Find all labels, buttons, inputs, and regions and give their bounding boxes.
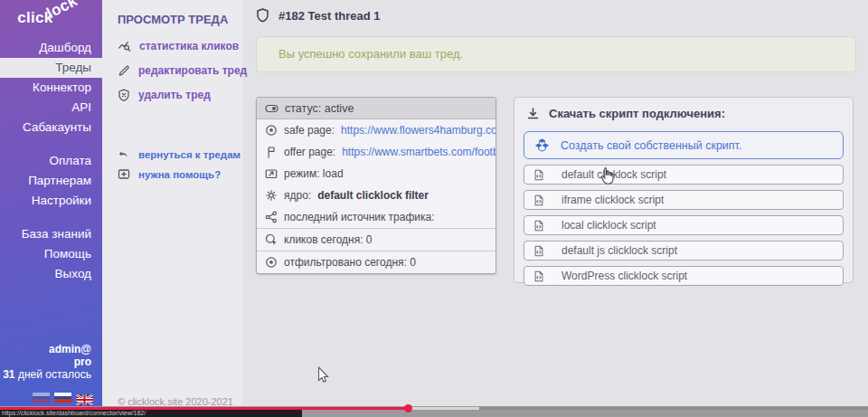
- row-text: режим: load: [284, 167, 344, 180]
- download-title: Скачать скрипт подключения:: [549, 107, 725, 120]
- safe-page-link[interactable]: https://www.flowers4hamburg.com/: [341, 124, 495, 137]
- thread-menu-panel: ПРОСМОТР ТРЕДА статистика кликов редакти…: [102, 0, 242, 406]
- sidebar-item-dashboard[interactable]: Дашборд: [0, 38, 102, 58]
- file-code-icon: [533, 194, 544, 206]
- clicks-icon: [265, 233, 278, 246]
- menu-link-back-to-threads[interactable]: вернуться к тредам: [118, 149, 241, 160]
- app-window: clicklock Дашборд Треды Коннектор API Са…: [0, 0, 868, 417]
- offer-page-row: offer page: https://www.smartbets.com/fo…: [257, 141, 495, 163]
- menu-link-label: вернуться к тредам: [138, 149, 241, 160]
- thread-info-card: статус: active safe page: https://www.fl…: [256, 97, 496, 274]
- create-custom-script-button[interactable]: Создать свой собственный скрипт.: [524, 131, 844, 159]
- sidebar-item-threads[interactable]: Треды: [0, 58, 102, 78]
- flag-russia-icon[interactable]: [54, 393, 71, 403]
- offer-flag-icon: [265, 146, 278, 158]
- script-button-label: local clicklock script: [561, 219, 656, 232]
- sidebar-item-partners[interactable]: Партнерам: [0, 171, 102, 191]
- script-button-label: iframe clicklock script: [561, 194, 664, 206]
- award-icon: [265, 124, 278, 137]
- flag-russia-faded-icon[interactable]: [33, 393, 50, 403]
- pencil-icon: [118, 64, 130, 77]
- success-alert: Вы успешно сохранили ваш тред.: [256, 36, 856, 72]
- file-code-icon: [533, 245, 544, 257]
- sidebar-item-api[interactable]: API: [0, 98, 102, 118]
- script-button-iframe[interactable]: iframe clicklock script: [524, 190, 844, 210]
- account-plan: pro: [3, 355, 91, 368]
- shield-icon: [256, 8, 269, 24]
- award-icon: [265, 256, 278, 269]
- menu-item-edit-thread[interactable]: редактировать тред: [118, 64, 247, 77]
- script-button-default-js[interactable]: default js clicklock script: [524, 241, 844, 261]
- script-button-default[interactable]: default clicklock script: [524, 165, 844, 185]
- download-header: Скачать скрипт подключения:: [526, 107, 853, 120]
- menu-item-label: редактировать тред: [138, 64, 247, 77]
- main-content: #182 Test thread 1 Вы успешно сохранили …: [242, 0, 868, 406]
- toggle-icon: [265, 102, 278, 115]
- filtered-today-row: отфильтровано сегодня: 0: [257, 251, 495, 273]
- nav-divider: [0, 137, 102, 151]
- traffic-share-icon: [265, 211, 278, 223]
- sidebar-item-subaccounts[interactable]: Сабакаунты: [0, 118, 102, 137]
- sidebar-item-knowledge-base[interactable]: База знаний: [0, 224, 102, 244]
- account-email: admin@: [3, 343, 91, 355]
- page-header: #182 Test thread 1: [256, 8, 380, 24]
- safe-page-row: safe page: https://www.flowers4hamburg.c…: [257, 119, 495, 141]
- status-url-text: https://clicklock.site/dashboard/connect…: [0, 410, 302, 417]
- row-label: ядро:: [284, 189, 311, 202]
- page-title: #182 Test thread 1: [278, 9, 380, 23]
- sidebar-item-logout[interactable]: Выход: [0, 264, 102, 284]
- file-code-icon: [533, 220, 544, 232]
- menu-item-label: удалить тред: [138, 89, 211, 101]
- row-label: safe page:: [284, 124, 335, 137]
- gear-icon: [265, 189, 278, 202]
- mode-icon: [265, 167, 278, 180]
- video-scrubber-dot[interactable]: [404, 404, 412, 412]
- mode-row: режим: load: [257, 163, 495, 185]
- menu-item-delete-thread[interactable]: удалить тред: [118, 89, 211, 101]
- menu-item-click-stats[interactable]: статистика кликов: [118, 40, 239, 52]
- click-stats-icon: [118, 40, 131, 52]
- download-scripts-card: Скачать скрипт подключения: Создать свой…: [514, 97, 854, 283]
- panel-title: ПРОСМОТР ТРЕДА: [118, 13, 228, 26]
- language-switcher: [33, 393, 93, 403]
- menu-link-label: нужна помощь?: [138, 169, 221, 180]
- flag-uk-icon[interactable]: [76, 393, 93, 403]
- help-plus-icon: [118, 168, 130, 180]
- clicks-today-row: кликов сегодня: 0: [257, 228, 495, 251]
- video-player-bar: https://clicklock.site/dashboard/connect…: [0, 406, 868, 417]
- sidebar-item-connector[interactable]: Коннектор: [0, 78, 102, 98]
- row-label: offer page:: [284, 146, 335, 158]
- sidebar: clicklock Дашборд Треды Коннектор API Са…: [0, 0, 102, 406]
- sidebar-item-settings[interactable]: Настройки: [0, 191, 102, 211]
- account-days-left: 31 дней осталось: [3, 368, 91, 381]
- status-text: статус: active: [285, 102, 354, 115]
- account-info: admin@ pro 31 дней осталось: [3, 343, 91, 381]
- menu-link-need-help[interactable]: нужна помощь?: [118, 168, 221, 180]
- core-value: default clicklock filter: [317, 189, 429, 202]
- script-button-label: default clicklock script: [561, 168, 666, 181]
- undo-icon: [118, 149, 130, 160]
- script-button-label: WordPress clicklock script: [561, 270, 687, 282]
- sidebar-item-help[interactable]: Помощь: [0, 244, 102, 264]
- create-custom-script-label: Создать свой собственный скрипт.: [561, 139, 741, 152]
- status-header: статус: active: [257, 98, 495, 119]
- core-row: ядро: default clicklock filter: [257, 185, 495, 206]
- row-text: кликов сегодня: 0: [284, 233, 373, 246]
- script-button-wordpress[interactable]: WordPress clicklock script: [524, 266, 844, 286]
- sidebar-item-payment[interactable]: Оплата: [0, 151, 102, 171]
- clicklock-logo[interactable]: clicklock: [0, 9, 102, 27]
- row-text: отфильтровано сегодня: 0: [284, 256, 416, 269]
- menu-item-label: статистика кликов: [139, 40, 239, 52]
- traffic-source-row: последний источник трафика:: [257, 206, 495, 228]
- cubes-icon: [534, 138, 550, 152]
- file-code-icon: [533, 169, 544, 181]
- offer-page-link[interactable]: https://www.smartbets.com/football/tea..…: [342, 146, 495, 158]
- script-button-label: default js clicklock script: [561, 244, 677, 257]
- row-text: последний источник трафика:: [284, 211, 435, 223]
- shield-x-icon: [118, 89, 130, 101]
- download-icon: [526, 107, 540, 120]
- sidebar-nav: Дашборд Треды Коннектор API Сабакаунты О…: [0, 38, 102, 284]
- file-code-icon: [533, 270, 544, 282]
- nav-divider: [0, 211, 102, 224]
- script-button-local[interactable]: local clicklock script: [524, 215, 844, 235]
